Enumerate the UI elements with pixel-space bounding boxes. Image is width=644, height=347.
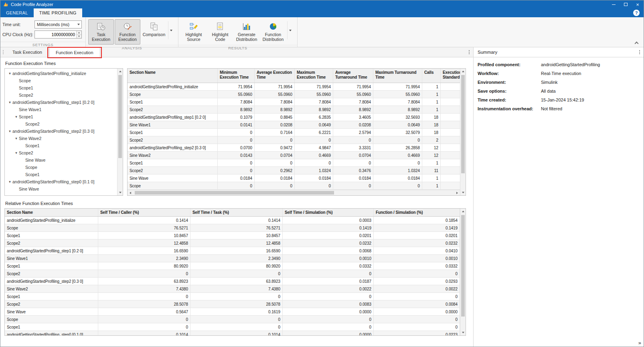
tab-general[interactable]: GENERAL [0,8,34,17]
tree-item[interactable]: Scope1 [5,84,117,91]
tree-collapse-icon[interactable]: ▾ [14,115,19,119]
scroll-left-button[interactable] [128,190,133,195]
scroll-right-button[interactable] [454,190,460,195]
table-row[interactable]: androidGettingStartedProfiling_initializ… [5,217,460,224]
collapse-toolstrip-button[interactable] [634,41,639,45]
column-header[interactable]: Calls [422,69,441,83]
table-row[interactable]: Scope17.80847.80847.80847.80847.80841 [128,98,460,106]
help-button[interactable]: ? [633,10,640,16]
column-header[interactable]: Maximum Turnaround Time [373,69,422,83]
tree-collapse-icon[interactable]: ▾ [7,100,12,104]
scroll-down-button[interactable] [117,190,123,195]
function-execution-button[interactable]: Function Execution [115,19,140,45]
tree-item[interactable]: ▾androidGettingStartedProfiling_initiali… [5,70,117,77]
column-header[interactable]: Maximum Execution Time [295,69,333,83]
table-row[interactable]: Sine Wave0.01840.01840.01840.01840.01841 [128,175,460,182]
scroll-down-button[interactable] [460,330,466,335]
tree-item[interactable]: Sine Wave [5,156,117,164]
highlight-code-button[interactable]: Highlight Code [207,19,233,45]
tree-item[interactable]: ▾Scope1 [5,113,117,120]
scrollbar-thumb[interactable] [461,75,465,173]
tree-item[interactable]: Scope [5,77,117,84]
function-distribution-button[interactable]: Function Distribution [260,19,286,45]
tree-item[interactable]: Scope1 [5,142,117,149]
column-header[interactable]: Section Name [5,209,98,216]
scroll-up-button[interactable] [460,69,466,74]
scrollbar-track[interactable] [460,74,466,190]
column-header[interactable]: Section Name [128,69,218,83]
table-row[interactable]: androidGettingStartedProfiling_initializ… [128,83,460,91]
table-row[interactable]: Scope100.71646.22212.579432.507918 [128,129,460,136]
results-dropdown-button[interactable] [287,21,293,39]
analysis-dropdown-button[interactable] [168,21,174,39]
column-header[interactable]: Self Time / Simulation (%) [283,209,374,216]
column-header[interactable]: Average Execution Time [255,69,295,83]
tree-item[interactable]: Sine Wave1 [5,106,117,113]
scrollbar-track[interactable] [117,74,123,190]
table-row[interactable]: Scope110.845710.84570.02010.0201 [5,232,460,239]
panel-grip-icon[interactable] [3,47,4,57]
cpu-clock-input[interactable] [35,31,76,38]
time-unit-select[interactable]: Milliseconds (ms) [34,20,82,28]
table-row[interactable]: Scope20000 [5,270,460,278]
generate-distribution-button[interactable]: Generate Distribution [234,19,259,45]
table-row[interactable]: Sine Wave0.56470.16190.00000.0000 [5,308,460,316]
scrollbar-thumb[interactable] [135,191,334,195]
table-row[interactable]: Scope2000002 [128,136,460,144]
tree-item[interactable]: Scope [5,164,117,171]
tree-collapse-icon[interactable]: ▾ [7,71,12,75]
table-row[interactable]: Scope1000001 [128,159,460,167]
column-header[interactable]: Minimum Execution Time [218,69,255,83]
column-header[interactable]: Function / Simulation (%) [374,209,460,216]
scrollbar-thumb[interactable] [118,75,122,158]
doc-tab-task-execution[interactable]: Task Execution [6,47,49,57]
tree-collapse-icon[interactable]: ▾ [7,129,12,133]
table-row[interactable]: Scope10000 [5,293,460,300]
column-header[interactable]: Self Time / Task (%) [190,209,283,216]
tree-item[interactable]: ▾Scope2 [5,149,117,156]
summary-options-icon[interactable] [639,50,640,54]
table-row[interactable]: androidGettingStartedProfiling_step2 [0.… [128,144,460,152]
table-row[interactable]: Scope228.507828.50780.00830.0084 [5,300,460,308]
scrollbar-thumb[interactable] [461,215,465,317]
column-header[interactable]: Execution Standard [441,69,460,83]
table-row[interactable]: Scope76.527176.52710.14190.1419 [5,224,460,232]
table-row[interactable]: Sine Wave20.01430.07040.46690.07040.4669… [128,152,460,159]
tree-item[interactable]: ▾Sine Wave2 [5,135,117,142]
maximize-button[interactable] [620,0,632,8]
expand-panel-icon[interactable]: » [638,340,641,345]
tree-item[interactable]: Scope1 [5,171,117,178]
scroll-up-button[interactable] [460,209,466,214]
tab-options-icon[interactable] [469,47,470,57]
doc-tab-function-execution[interactable]: Function Execution [49,47,100,57]
task-execution-button[interactable]: Task Execution [88,19,114,45]
tree-collapse-icon[interactable]: ▾ [14,136,19,140]
table-row[interactable]: Scope000001 [128,182,460,190]
table-row[interactable]: Scope10000 [5,323,460,331]
tree-item[interactable]: ▾androidGettingStartedProfiling_step1 [0… [5,99,117,106]
table-row[interactable]: Sine Wave12.34902.34900.00100.0010 [5,255,460,262]
table-row[interactable]: Scope212.485812.48580.02320.0232 [5,239,460,247]
table-row[interactable]: Scope28.98928.98928.98928.98928.98921 [128,106,460,114]
exec-vertical-scrollbar[interactable] [460,69,466,195]
tree-item[interactable]: ▾androidGettingStartedProfiling_step0 [0… [5,178,117,185]
tab-time-profiling[interactable]: TIME PROFILING [34,8,82,17]
scrollbar-track[interactable] [133,190,454,195]
tree-collapse-icon[interactable]: ▾ [14,151,19,155]
scroll-down-button[interactable] [460,190,466,195]
relative-vertical-scrollbar[interactable] [460,209,466,335]
tree-collapse-icon[interactable]: ▾ [7,180,12,184]
highlight-source-button[interactable]: Highlight Source [181,19,207,45]
exec-horizontal-scrollbar[interactable] [128,190,460,195]
table-row[interactable]: Sine Wave10.01410.02080.06490.02080.0649… [128,121,460,129]
close-button[interactable]: × [632,0,644,8]
scroll-up-button[interactable] [117,69,123,74]
table-row[interactable]: androidGettingStartedProfiling_step0 [0.… [5,331,460,335]
minimize-button[interactable] [608,0,620,8]
table-row[interactable]: Sine Wave27.43807.43800.00220.0022 [5,285,460,293]
table-row[interactable]: Scope200.29621.03240.34761.032411 [128,167,460,175]
spin-up-button[interactable] [77,31,81,34]
table-row[interactable]: androidGettingStartedProfiling_step2 [0.… [5,278,460,285]
tree-item[interactable]: ▾androidGettingStartedProfiling_step2 [0… [5,128,117,135]
table-row[interactable]: Scope180.992080.99200.03320.0332 [5,262,460,270]
